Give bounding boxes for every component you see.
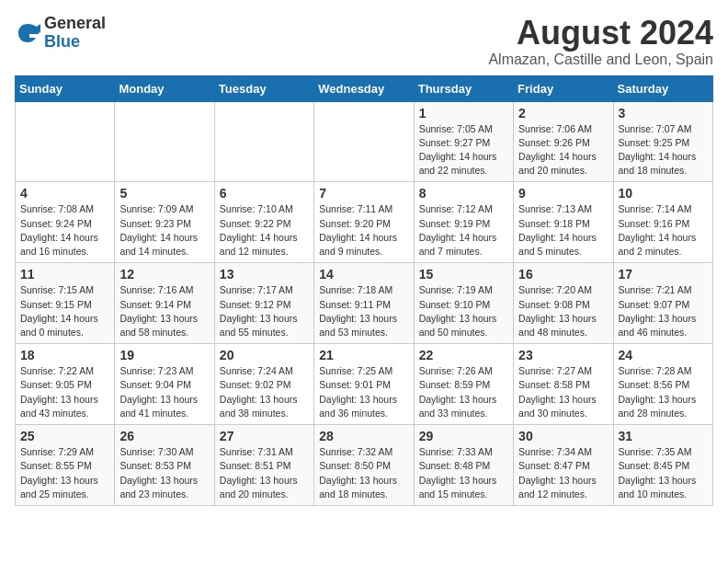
day-info: Sunrise: 7:19 AMSunset: 9:10 PMDaylight:… [419, 283, 508, 339]
day-info: Sunrise: 7:34 AMSunset: 8:47 PMDaylight:… [518, 445, 608, 501]
calendar-cell: 8Sunrise: 7:12 AMSunset: 9:19 PMDaylight… [414, 182, 513, 263]
day-info: Sunrise: 7:32 AMSunset: 8:50 PMDaylight:… [319, 445, 408, 501]
calendar-cell: 6Sunrise: 7:10 AMSunset: 9:22 PMDaylight… [214, 182, 313, 263]
calendar-cell: 29Sunrise: 7:33 AMSunset: 8:48 PMDayligh… [414, 425, 513, 506]
header: General Blue August 2024 Almazan, Castil… [15, 15, 713, 68]
calendar-header-row: SundayMondayTuesdayWednesdayThursdayFrid… [16, 75, 713, 101]
day-number: 8 [419, 186, 508, 201]
day-number: 1 [419, 106, 508, 121]
day-info: Sunrise: 7:08 AMSunset: 9:24 PMDaylight:… [20, 202, 109, 259]
day-number: 25 [20, 429, 109, 443]
day-info: Sunrise: 7:21 AMSunset: 9:07 PMDaylight:… [619, 283, 708, 339]
calendar-week-row: 4Sunrise: 7:08 AMSunset: 9:24 PMDaylight… [16, 182, 713, 263]
calendar-cell: 25Sunrise: 7:29 AMSunset: 8:55 PMDayligh… [16, 425, 115, 506]
day-number: 2 [518, 106, 608, 121]
day-info: Sunrise: 7:27 AMSunset: 8:58 PMDaylight:… [518, 364, 608, 420]
calendar-week-row: 11Sunrise: 7:15 AMSunset: 9:15 PMDayligh… [16, 263, 713, 344]
day-number: 13 [220, 267, 309, 282]
calendar-cell: 9Sunrise: 7:13 AMSunset: 9:18 PMDaylight… [514, 182, 613, 263]
calendar-cell: 23Sunrise: 7:27 AMSunset: 8:58 PMDayligh… [514, 344, 613, 425]
day-number: 5 [119, 186, 209, 201]
day-info: Sunrise: 7:33 AMSunset: 8:48 PMDaylight:… [419, 445, 508, 501]
calendar-week-row: 1Sunrise: 7:05 AMSunset: 9:27 PMDaylight… [16, 101, 713, 182]
day-info: Sunrise: 7:09 AMSunset: 9:23 PMDaylight:… [119, 202, 209, 259]
calendar-cell: 7Sunrise: 7:11 AMSunset: 9:20 PMDaylight… [314, 182, 414, 263]
day-info: Sunrise: 7:25 AMSunset: 9:01 PMDaylight:… [319, 364, 408, 420]
calendar-cell: 24Sunrise: 7:28 AMSunset: 8:56 PMDayligh… [613, 344, 712, 425]
calendar-cell: 14Sunrise: 7:18 AMSunset: 9:11 PMDayligh… [314, 263, 414, 344]
calendar-cell: 15Sunrise: 7:19 AMSunset: 9:10 PMDayligh… [414, 263, 513, 344]
day-number: 19 [119, 348, 209, 362]
calendar-cell: 31Sunrise: 7:35 AMSunset: 8:45 PMDayligh… [613, 425, 712, 506]
calendar-cell [314, 101, 414, 182]
calendar-cell [16, 101, 115, 182]
day-info: Sunrise: 7:05 AMSunset: 9:27 PMDaylight:… [419, 122, 508, 178]
calendar-cell [214, 101, 313, 182]
day-number: 30 [518, 429, 608, 443]
day-number: 12 [119, 267, 209, 282]
calendar-cell: 1Sunrise: 7:05 AMSunset: 9:27 PMDaylight… [414, 101, 513, 182]
logo-icon [15, 20, 40, 46]
day-number: 28 [319, 429, 408, 443]
day-header-friday: Friday [514, 75, 613, 101]
day-number: 3 [619, 106, 708, 121]
day-number: 20 [220, 348, 309, 362]
calendar-body: 1Sunrise: 7:05 AMSunset: 9:27 PMDaylight… [16, 101, 713, 505]
day-number: 22 [419, 348, 508, 362]
day-header-sunday: Sunday [16, 75, 115, 101]
day-info: Sunrise: 7:12 AMSunset: 9:19 PMDaylight:… [419, 202, 508, 259]
day-info: Sunrise: 7:23 AMSunset: 9:04 PMDaylight:… [119, 364, 209, 420]
day-number: 29 [419, 429, 508, 443]
day-number: 21 [319, 348, 408, 362]
day-number: 9 [518, 186, 608, 201]
day-info: Sunrise: 7:30 AMSunset: 8:53 PMDaylight:… [119, 445, 209, 501]
day-info: Sunrise: 7:29 AMSunset: 8:55 PMDaylight:… [20, 445, 109, 501]
logo-blue: Blue [44, 32, 80, 51]
day-info: Sunrise: 7:06 AMSunset: 9:26 PMDaylight:… [518, 122, 608, 178]
day-number: 7 [319, 186, 408, 201]
calendar-cell: 17Sunrise: 7:21 AMSunset: 9:07 PMDayligh… [613, 263, 712, 344]
day-info: Sunrise: 7:15 AMSunset: 9:15 PMDaylight:… [20, 283, 109, 339]
calendar-week-row: 25Sunrise: 7:29 AMSunset: 8:55 PMDayligh… [16, 425, 713, 506]
day-number: 23 [518, 348, 608, 362]
day-info: Sunrise: 7:16 AMSunset: 9:14 PMDaylight:… [119, 283, 209, 339]
day-info: Sunrise: 7:17 AMSunset: 9:12 PMDaylight:… [220, 283, 309, 339]
day-number: 4 [20, 186, 109, 201]
calendar-cell: 19Sunrise: 7:23 AMSunset: 9:04 PMDayligh… [115, 344, 214, 425]
day-info: Sunrise: 7:28 AMSunset: 8:56 PMDaylight:… [619, 364, 708, 420]
calendar-cell: 10Sunrise: 7:14 AMSunset: 9:16 PMDayligh… [613, 182, 712, 263]
calendar-title: August 2024 [488, 15, 713, 52]
day-number: 17 [619, 267, 708, 282]
calendar-cell: 16Sunrise: 7:20 AMSunset: 9:08 PMDayligh… [514, 263, 613, 344]
day-header-monday: Monday [115, 75, 214, 101]
day-info: Sunrise: 7:26 AMSunset: 8:59 PMDaylight:… [419, 364, 508, 420]
day-info: Sunrise: 7:35 AMSunset: 8:45 PMDaylight:… [619, 445, 708, 501]
calendar-cell: 28Sunrise: 7:32 AMSunset: 8:50 PMDayligh… [314, 425, 414, 506]
day-number: 14 [319, 267, 408, 282]
calendar-cell: 30Sunrise: 7:34 AMSunset: 8:47 PMDayligh… [514, 425, 613, 506]
day-info: Sunrise: 7:13 AMSunset: 9:18 PMDaylight:… [518, 202, 608, 259]
day-number: 6 [220, 186, 309, 201]
day-header-saturday: Saturday [613, 75, 712, 101]
calendar-cell: 18Sunrise: 7:22 AMSunset: 9:05 PMDayligh… [16, 344, 115, 425]
calendar-cell: 5Sunrise: 7:09 AMSunset: 9:23 PMDaylight… [115, 182, 214, 263]
day-info: Sunrise: 7:07 AMSunset: 9:25 PMDaylight:… [619, 122, 708, 178]
day-info: Sunrise: 7:10 AMSunset: 9:22 PMDaylight:… [220, 202, 309, 259]
logo-general: General [44, 14, 106, 32]
day-info: Sunrise: 7:31 AMSunset: 8:51 PMDaylight:… [220, 445, 309, 501]
calendar-cell: 21Sunrise: 7:25 AMSunset: 9:01 PMDayligh… [314, 344, 414, 425]
day-info: Sunrise: 7:22 AMSunset: 9:05 PMDaylight:… [20, 364, 109, 420]
day-info: Sunrise: 7:11 AMSunset: 9:20 PMDaylight:… [319, 202, 408, 259]
title-area: August 2024 Almazan, Castille and Leon, … [488, 15, 713, 68]
day-number: 16 [518, 267, 608, 282]
day-info: Sunrise: 7:18 AMSunset: 9:11 PMDaylight:… [319, 283, 408, 339]
calendar-week-row: 18Sunrise: 7:22 AMSunset: 9:05 PMDayligh… [16, 344, 713, 425]
day-number: 15 [419, 267, 508, 282]
calendar-cell [115, 101, 214, 182]
day-number: 27 [220, 429, 309, 443]
calendar-cell: 13Sunrise: 7:17 AMSunset: 9:12 PMDayligh… [214, 263, 313, 344]
day-number: 10 [619, 186, 708, 201]
day-number: 31 [619, 429, 708, 443]
calendar-cell: 12Sunrise: 7:16 AMSunset: 9:14 PMDayligh… [115, 263, 214, 344]
calendar-cell: 20Sunrise: 7:24 AMSunset: 9:02 PMDayligh… [214, 344, 313, 425]
